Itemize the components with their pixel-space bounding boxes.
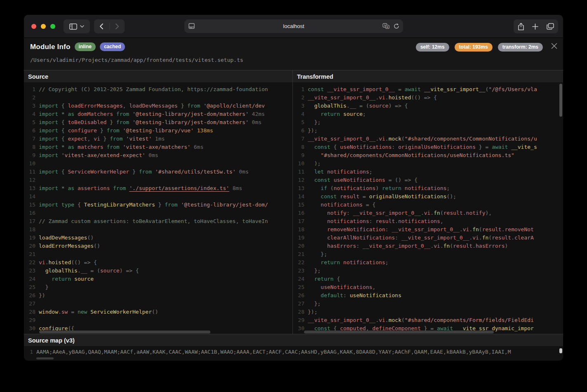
token-p: }) (39, 292, 45, 298)
token-p (340, 111, 343, 117)
token-p: : (356, 243, 363, 249)
line-number: 17 (24, 217, 35, 225)
sourcemap-mappings-text: AAMA;AAeA,yBAAG,QAAQ,MAAM;AACf,aAAW,KAAK… (36, 349, 511, 355)
token-p (120, 127, 123, 134)
code-line: 18 (24, 225, 292, 234)
line-number: 17 (293, 217, 304, 225)
module-link[interactable]: './support/assertions/index.ts' (129, 185, 229, 191)
token-p (152, 169, 155, 175)
token-p: } (100, 136, 110, 142)
line-content: ); (308, 160, 321, 168)
token-v: toBeDisabled (68, 119, 106, 125)
code-line: 20 hasErrors: __vite_ssr_import_0__.vi.f… (293, 242, 563, 250)
token-v: hasErrors (476, 243, 504, 249)
token-p (401, 185, 405, 191)
sourcemap-vertical-scrollbar[interactable] (559, 348, 562, 353)
line-number: 23 (24, 267, 35, 275)
line-number: 9 (24, 151, 35, 160)
code-line: 4 return source; (293, 110, 563, 118)
minimize-window-button[interactable] (41, 24, 46, 29)
line-content: loadDevMessages() (39, 234, 94, 242)
line-number: 28 (24, 308, 35, 316)
token-p: (() => { (411, 94, 437, 101)
translate-icon[interactable]: Ax (382, 23, 390, 29)
token-p (308, 235, 327, 241)
line-number: 29 (293, 316, 304, 324)
token-v: ServiceWorkerHelper (68, 169, 129, 175)
token-p (129, 119, 132, 125)
traffic-lights (31, 24, 55, 29)
token-t: 0ms (145, 152, 158, 158)
token-p (113, 111, 116, 117)
token-p (71, 276, 74, 282)
token-p: ) => { (120, 268, 139, 274)
token-p: } = (476, 144, 492, 150)
token-s: '@testing-library/vue' (123, 127, 194, 134)
line-content: __vite_ssr_import_0__.vi.hoisted(() => { (308, 94, 437, 102)
sourcemap-viewport[interactable]: 1 AAMA;AAeA,yBAAG,QAAQ,MAAM;AACf,aAAW,KA… (24, 347, 563, 361)
token-p: . (385, 136, 389, 142)
tab-overview-icon[interactable] (547, 23, 554, 30)
token-f: TestingLibraryMatchers (84, 202, 155, 208)
token-f: source (343, 111, 363, 117)
code-line: 16 (24, 209, 292, 217)
share-icon[interactable] (518, 23, 524, 31)
forward-button[interactable] (109, 19, 125, 33)
token-p: * (58, 185, 68, 191)
token-v: clearAllNotifications (327, 235, 395, 241)
line-content: useNotifications, (308, 283, 375, 291)
token-v: vi (379, 94, 385, 101)
reload-icon[interactable] (394, 23, 399, 29)
code-line: 28}); (293, 308, 563, 316)
token-v: vi (463, 226, 469, 232)
sourcemap-horizontal-scrollbar[interactable] (36, 357, 54, 359)
new-tab-icon[interactable] (532, 23, 538, 30)
token-v: useNotifications (340, 144, 391, 150)
code-line: 1const __vite_ssr_import_0__ = await __v… (293, 85, 563, 94)
token-p: . (460, 226, 463, 232)
transformed-vertical-scrollbar[interactable] (559, 84, 562, 117)
line-number: 6 (24, 127, 35, 135)
inline-badge: inline (75, 42, 96, 51)
token-v: notifications (327, 218, 369, 224)
sidebar-toggle-button[interactable] (64, 19, 90, 33)
token-p: } (129, 169, 139, 175)
line-content: // Copyright (C) 2012-2025 Zammad Founda… (39, 85, 268, 94)
module-info-header: Module Info inline cached self: 12ms tot… (24, 38, 563, 70)
line-content: import * as matchers from 'vitest-axe/ma… (39, 143, 203, 151)
token-p: ; (369, 169, 372, 175)
token-p: }; (308, 251, 327, 257)
code-line: 15 notifications = { (293, 201, 563, 209)
zoom-window-button[interactable] (50, 24, 55, 29)
token-f: mock (389, 317, 401, 323)
token-p: ( (401, 136, 405, 142)
token-s: "#shared/components/Form/fields/FieldEdi (405, 317, 534, 323)
token-p (74, 144, 78, 150)
address-bar[interactable]: localhost Ax (184, 19, 403, 33)
token-p: ) (505, 243, 508, 249)
token-p: : (385, 226, 392, 232)
timing-stats: self: 12ms total: 193ms transform: 2ms (416, 43, 543, 52)
back-button[interactable] (94, 19, 109, 33)
token-p: , (372, 284, 376, 290)
code-line: 15import type { TestingLibraryMatchers }… (24, 201, 292, 209)
token-v: notifications (398, 218, 440, 224)
token-p: = (68, 309, 77, 315)
token-k: as (68, 185, 74, 191)
token-v: vi (379, 317, 385, 323)
source-code-viewport[interactable]: 1// Copyright (C) 2012-2025 Zammad Found… (24, 83, 292, 334)
token-p: }; (308, 119, 321, 125)
line-content: }; (308, 250, 327, 258)
token-p: { (58, 127, 68, 134)
line-number: 28 (293, 308, 304, 316)
transformed-code-viewport[interactable]: 1const __vite_ssr_import_0__ = await __v… (293, 83, 563, 334)
close-icon[interactable] (550, 42, 558, 50)
close-window-button[interactable] (31, 24, 36, 29)
source-horizontal-scrollbar[interactable] (39, 331, 210, 333)
token-p: () (87, 235, 94, 241)
transformed-horizontal-scrollbar[interactable] (304, 331, 494, 333)
token-p (58, 202, 61, 208)
token-p (330, 177, 334, 183)
token-k: const (308, 86, 324, 92)
code-line: 23 }; (293, 267, 563, 275)
